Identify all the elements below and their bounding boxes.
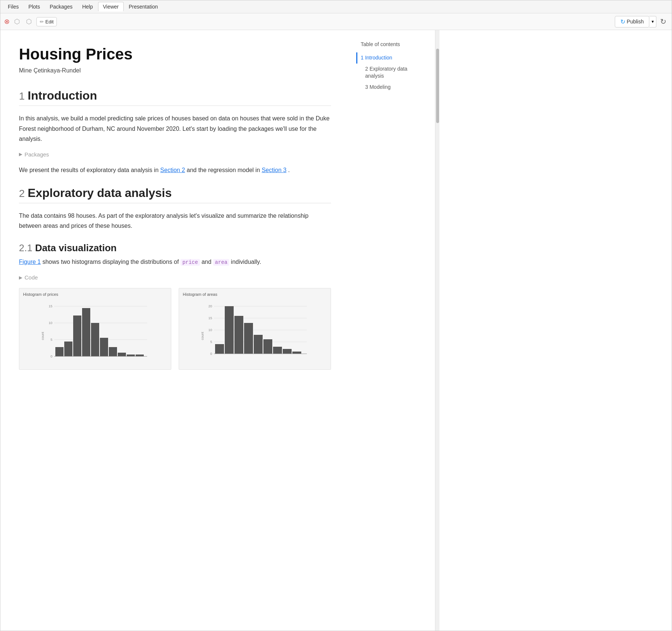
toc-sidebar: Table of contents 1 Introduction 2 Explo… [353,30,435,631]
bar-10 [136,355,144,356]
scrollbar-track[interactable] [435,30,439,631]
svg-text:10: 10 [49,321,52,325]
svg-text:15: 15 [208,316,212,320]
scrollbar-thumb[interactable] [436,49,439,123]
chart-areas-svg: 0 5 10 15 20 count [183,299,327,366]
charts-row: Histogram of prices 0 5 10 15 [19,288,331,370]
toolbar: ⊗ ⬡ ⬡ ✏ Edit ↻ Publish ▾ ↻ [0,13,672,30]
back-button[interactable]: ⬡ [13,16,22,27]
bar-a4 [244,323,253,354]
chart-areas-title: Histogram of areas [183,292,327,297]
bar-a3 [234,316,243,354]
section-1-text-mid: and the regression model in [187,167,262,173]
chart-prices: Histogram of prices 0 5 10 15 [19,288,171,370]
chart-areas: Histogram of areas 0 5 10 [179,288,331,370]
tab-presentation[interactable]: Presentation [124,2,163,11]
tab-plots[interactable]: Plots [24,2,45,11]
bar-a8 [283,349,292,354]
bar-a2 [225,306,234,354]
section-21-and: and [201,259,213,265]
section-21-title: Data visualization [35,242,117,253]
toc-item-3-text: 3 Modeling [365,84,391,90]
bar-8 [118,353,126,356]
section-2-heading: 2 Exploratory data analysis [19,186,331,200]
svg-text:0: 0 [210,352,212,356]
section-1-divider [19,106,331,106]
chart-areas-area: 0 5 10 15 20 count [183,299,327,366]
section-2-divider [19,203,331,203]
tab-help[interactable]: Help [78,2,97,11]
svg-text:10: 10 [208,328,212,332]
bar-4 [82,308,90,356]
toc-item-1[interactable]: 1 Introduction [356,52,428,64]
bar-a9 [292,352,301,354]
chart-prices-title: Histogram of prices [23,292,167,297]
area-code: area [213,259,230,266]
svg-text:5: 5 [210,340,212,344]
nav-bar: Files Plots Packages Help Viewer Present… [0,0,672,13]
svg-text:count: count [41,332,45,340]
tab-packages[interactable]: Packages [45,2,77,11]
collapsible-arrow: ▶ [19,152,22,157]
refresh-button[interactable]: ↻ [659,16,668,27]
publish-dropdown-button[interactable]: ▾ [649,16,656,27]
section-21-text-shows: shows two histograms displaying the dist… [42,259,179,265]
section-21-num: 2.1 [19,242,35,253]
section-21-para: Figure 1 shows two histograms displaying… [19,257,331,267]
publish-button[interactable]: ↻ Publish [615,16,649,27]
section2-link[interactable]: Section 2 [160,167,185,173]
bar-a5 [254,335,263,354]
edit-button[interactable]: ✏ Edit [36,17,57,26]
code-collapsible-arrow: ▶ [19,275,22,280]
toc-item-3[interactable]: 3 Modeling [361,82,428,93]
collapsible-label: Packages [25,151,49,158]
document-content: Housing Prices Mine Çetinkaya-Rundel 1 I… [0,30,353,631]
chart-prices-area: 0 5 10 15 count [23,299,167,366]
bar-3 [73,316,81,356]
bar-5 [91,323,99,356]
document-author: Mine Çetinkaya-Rundel [19,67,331,74]
bar-a1 [215,344,224,354]
bar-a6 [263,339,272,354]
bar-6 [100,338,108,356]
section-1-text-before: We present the results of exploratory da… [19,167,159,173]
section-1-heading: 1 Introduction [19,89,331,103]
section-1-para-2: We present the results of exploratory da… [19,165,331,175]
toolbar-left: ⊗ ⬡ ⬡ ✏ Edit [4,16,57,27]
toc-item-2-text: 2 Exploratory data analysis [365,66,408,79]
svg-text:15: 15 [49,304,52,308]
figure1-link[interactable]: Figure 1 [19,259,41,265]
toc-item-1-text: 1 Introduction [361,55,392,61]
section-1-text-end: . [288,167,290,173]
tab-viewer[interactable]: Viewer [98,2,124,12]
publish-icon: ↻ [620,18,625,25]
code-collapsible[interactable]: ▶ Code [19,274,331,281]
tab-files[interactable]: Files [3,2,23,11]
publish-group: ↻ Publish ▾ [615,16,656,27]
close-button[interactable]: ⊗ [4,17,10,26]
forward-button[interactable]: ⬡ [25,16,33,27]
packages-collapsible[interactable]: ▶ Packages [19,151,331,158]
toc-item-2[interactable]: 2 Exploratory data analysis [361,64,428,82]
section-1-num: 1 [19,90,25,102]
bar-9 [127,355,135,356]
code-collapsible-label: Code [25,274,38,281]
main-area: Housing Prices Mine Çetinkaya-Rundel 1 I… [0,30,672,631]
bar-1 [55,347,64,356]
bar-a7 [273,347,282,354]
chart-prices-svg: 0 5 10 15 count [23,299,167,366]
section-2-title: Exploratory data analysis [28,186,172,200]
section-2-para: The data contains 98 houses. As part of … [19,211,331,231]
main-window: Files Plots Packages Help Viewer Present… [0,0,672,631]
section-1-title: Introduction [28,89,97,103]
bar-7 [109,347,117,356]
price-code: price [181,259,200,266]
section-21-heading: 2.1 Data visualization [19,242,331,254]
svg-text:count: count [201,332,204,340]
edit-icon: ✏ [40,19,44,25]
toolbar-right: ↻ Publish ▾ ↻ [615,16,668,27]
section3-link[interactable]: Section 3 [262,167,286,173]
bar-2 [64,342,72,356]
svg-text:20: 20 [208,304,212,308]
svg-text:5: 5 [51,338,52,342]
